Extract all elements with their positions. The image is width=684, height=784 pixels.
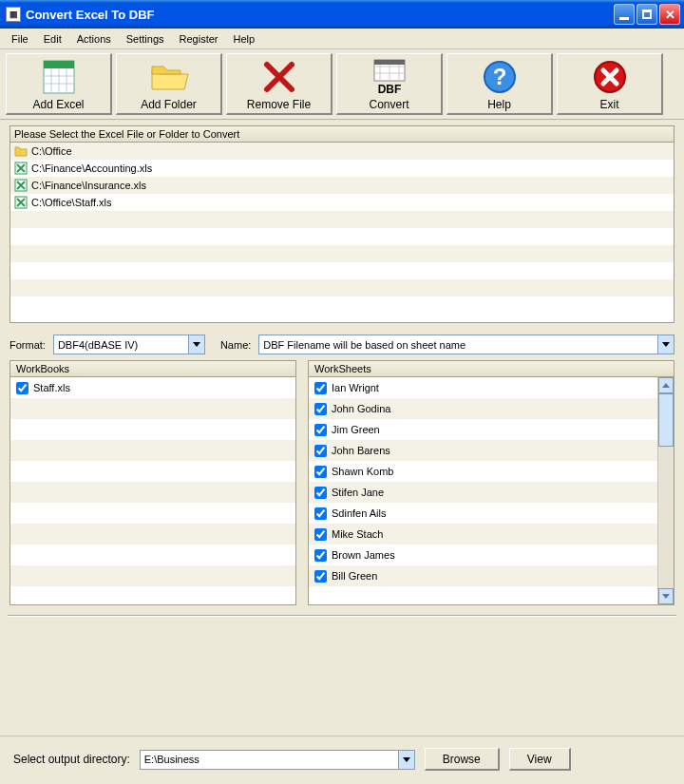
file-row-xls[interactable]: C:\Finance\Insurance.xls [10, 177, 674, 194]
worksheet-item[interactable]: Sdinfen Ails [309, 503, 657, 524]
worksheet-checkbox[interactable] [314, 424, 327, 436]
worksheet-name: John Godina [332, 403, 390, 414]
menu-register[interactable]: Register [172, 31, 226, 47]
output-dir-combo[interactable]: E:\Business [140, 750, 415, 770]
worksheets-header: WorkSheets [308, 360, 674, 377]
browse-button[interactable]: Browse [425, 748, 500, 771]
menu-settings[interactable]: Settings [119, 31, 172, 47]
xls-icon [14, 179, 28, 192]
xls-icon [14, 196, 28, 209]
xls-icon [14, 162, 28, 175]
workbooks-header: WorkBooks [10, 360, 296, 377]
worksheet-item[interactable]: John Barens [309, 440, 657, 461]
scroll-down-button[interactable] [658, 588, 674, 604]
worksheet-name: John Barens [332, 445, 390, 456]
worksheet-name: Sdinfen Ails [332, 507, 386, 519]
chevron-down-icon[interactable] [188, 335, 204, 354]
worksheet-name: Bill Green [332, 570, 377, 582]
format-label: Format: [10, 339, 46, 351]
workbook-checkbox[interactable] [16, 382, 28, 394]
worksheet-checkbox[interactable] [314, 549, 327, 562]
add-folder-button[interactable]: Add Folder [116, 53, 222, 115]
folder-open-icon [148, 58, 190, 96]
file-row-xls[interactable]: C:\Finance\Accounting.xls [10, 160, 674, 177]
view-button[interactable]: View [509, 748, 571, 771]
exit-button[interactable]: Exit [557, 53, 663, 115]
menu-help[interactable]: Help [226, 31, 263, 47]
add-excel-button[interactable]: Add Excel [6, 53, 112, 115]
output-bar: Select output directory: E:\Business Bro… [0, 736, 684, 784]
chevron-down-icon[interactable] [657, 335, 674, 354]
menu-edit[interactable]: Edit [36, 31, 69, 47]
convert-label: Convert [369, 98, 408, 111]
worksheet-name: Ian Wrignt [332, 382, 379, 393]
help-button[interactable]: ? Help [446, 53, 553, 115]
format-value: DBF4(dBASE IV) [54, 339, 188, 351]
minimize-button[interactable] [614, 4, 635, 25]
worksheet-name: Mike Stach [332, 528, 383, 540]
maximize-button[interactable] [636, 4, 657, 25]
folder-icon [14, 144, 28, 158]
workbook-item[interactable]: Staff.xls [10, 377, 295, 398]
file-path: C:\Finance\Insurance.xls [31, 180, 146, 191]
file-list[interactable]: C:\Office C:\Finance\Accounting.xls C:\F… [10, 143, 674, 323]
worksheet-checkbox[interactable] [314, 403, 327, 415]
exit-icon [589, 58, 631, 96]
worksheet-item[interactable]: Bill Green [309, 565, 657, 586]
worksheet-checkbox[interactable] [314, 466, 327, 478]
worksheets-list[interactable]: Ian WrigntJohn GodinaJim GreenJohn Baren… [308, 377, 674, 605]
output-dir-value: E:\Business [141, 754, 398, 765]
separator [8, 615, 676, 617]
convert-button[interactable]: DBF Convert [336, 53, 443, 115]
file-row-xls[interactable]: C:\Office\Staff.xls [10, 194, 674, 211]
menubar: File Edit Actions Settings Register Help [0, 29, 684, 49]
worksheet-checkbox[interactable] [314, 382, 327, 394]
worksheet-name: Brown James [332, 549, 395, 561]
scroll-up-button[interactable] [658, 377, 674, 393]
help-icon: ? [479, 58, 521, 96]
worksheet-checkbox[interactable] [314, 570, 327, 583]
window-title: Convert Excel To DBF [26, 8, 155, 22]
worksheet-checkbox[interactable] [314, 445, 327, 457]
file-path: C:\Finance\Accounting.xls [31, 163, 152, 174]
worksheet-item[interactable]: Jim Green [309, 419, 657, 440]
menu-file[interactable]: File [4, 31, 36, 47]
exit-label: Exit [599, 98, 618, 111]
worksheet-item[interactable]: Ian Wrignt [309, 377, 657, 398]
workbooks-list[interactable]: Staff.xls [10, 377, 296, 605]
x-icon [258, 58, 300, 96]
scrollbar[interactable] [657, 377, 674, 604]
svg-rect-13 [374, 60, 405, 65]
worksheet-name: Shawn Komb [332, 466, 393, 477]
remove-file-button[interactable]: Remove File [226, 53, 332, 115]
worksheet-item[interactable]: Mike Stach [309, 524, 657, 545]
worksheet-item[interactable]: Shawn Komb [309, 461, 657, 482]
worksheet-name: Jim Green [332, 424, 380, 435]
output-dir-label: Select output directory: [13, 753, 130, 766]
worksheet-checkbox[interactable] [314, 507, 327, 520]
menu-actions[interactable]: Actions [69, 31, 119, 47]
app-icon: ▦ [6, 7, 21, 22]
file-row-folder[interactable]: C:\Office [10, 143, 674, 160]
worksheet-checkbox[interactable] [314, 487, 327, 499]
titlebar: ▦ Convert Excel To DBF ✕ [0, 0, 684, 29]
worksheet-item[interactable]: Stifen Jane [309, 482, 657, 503]
worksheet-item[interactable]: John Godina [309, 398, 657, 419]
svg-text:DBF: DBF [377, 83, 401, 96]
svg-text:?: ? [492, 64, 506, 89]
remove-file-label: Remove File [247, 98, 311, 111]
name-value: DBF Filename will be based on sheet name [259, 339, 657, 351]
toolbar: Add Excel Add Folder Remove File DBF Con… [0, 49, 684, 120]
workbook-name: Staff.xls [33, 382, 70, 393]
add-folder-label: Add Folder [141, 98, 197, 111]
worksheet-name: Stifen Jane [332, 487, 384, 498]
close-button[interactable]: ✕ [659, 4, 680, 25]
file-path: C:\Office\Staff.xls [31, 197, 112, 208]
worksheet-checkbox[interactable] [314, 528, 327, 541]
scroll-thumb[interactable] [658, 393, 674, 447]
worksheet-item[interactable]: Brown James [309, 545, 657, 565]
add-excel-label: Add Excel [32, 98, 84, 111]
format-combo[interactable]: DBF4(dBASE IV) [53, 335, 205, 354]
chevron-down-icon[interactable] [398, 751, 414, 769]
name-combo[interactable]: DBF Filename will be based on sheet name [258, 335, 674, 354]
